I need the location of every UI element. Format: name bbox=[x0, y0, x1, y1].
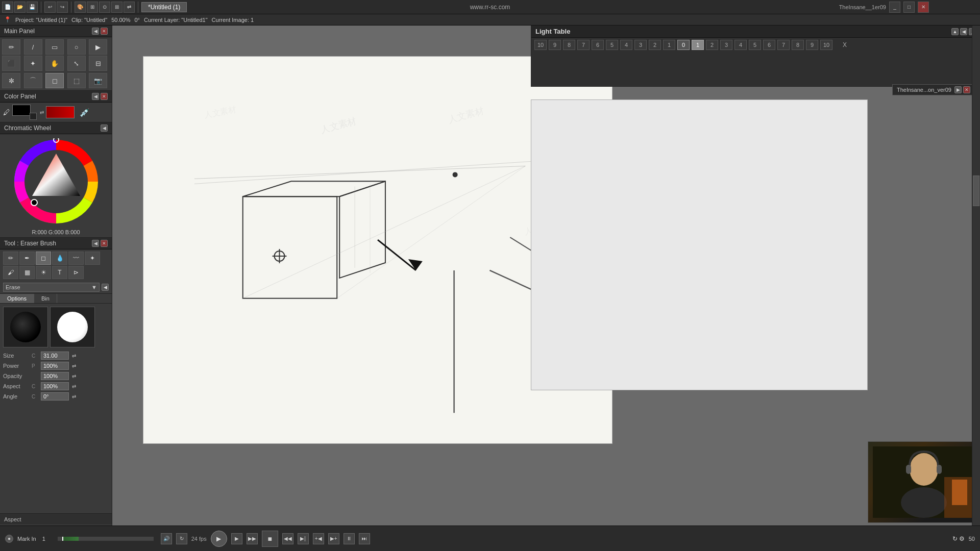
eraser-tool[interactable]: ◻ bbox=[45, 73, 64, 88]
lt-arrow-btn[interactable]: ▲ bbox=[951, 28, 959, 35]
lt-num-10-neg[interactable]: 10 bbox=[534, 40, 547, 50]
lasso-tool[interactable]: ⬛ bbox=[2, 56, 20, 71]
save-btn[interactable]: 💾 bbox=[27, 2, 38, 13]
panel-arrow-btn[interactable]: ◀ bbox=[92, 28, 99, 35]
onion-btn[interactable]: ⊙ bbox=[99, 2, 110, 13]
camera-tool[interactable]: 📷 bbox=[89, 73, 107, 88]
transport-next-frame[interactable]: ▶| bbox=[298, 533, 309, 544]
undo-btn[interactable]: ↩ bbox=[44, 2, 56, 13]
text-sub[interactable]: T bbox=[52, 266, 67, 279]
lt-num-2-neg[interactable]: 2 bbox=[649, 40, 661, 50]
fill-tool[interactable]: ▶ bbox=[89, 39, 107, 55]
size-arrows[interactable]: ⇄ bbox=[72, 353, 76, 359]
flip-tool[interactable]: ⊟ bbox=[89, 56, 107, 71]
hand-tool[interactable]: ✋ bbox=[45, 56, 64, 71]
eraser-sub[interactable]: ◻ bbox=[36, 252, 51, 265]
size-input[interactable] bbox=[41, 352, 69, 360]
color-wheel-wrapper[interactable] bbox=[13, 138, 100, 225]
marker-sub[interactable]: ✒ bbox=[19, 252, 35, 265]
color-panel-close[interactable]: ✕ bbox=[101, 93, 108, 100]
lt-num-1-neg[interactable]: 1 bbox=[663, 40, 675, 50]
dropper-icon[interactable]: 🖊 bbox=[3, 108, 10, 116]
line-tool[interactable]: / bbox=[24, 39, 42, 55]
blur-sub[interactable]: 💧 bbox=[52, 252, 67, 265]
aspect-input[interactable] bbox=[41, 382, 69, 390]
lt-num-9-neg[interactable]: 9 bbox=[549, 40, 561, 50]
color-circle-btn[interactable]: 🎨 bbox=[75, 2, 86, 13]
timeline-bar[interactable] bbox=[58, 537, 154, 541]
lt-num-1-pos[interactable]: 1 bbox=[692, 40, 704, 50]
transport-pause[interactable]: ⏸ bbox=[344, 533, 355, 544]
transport-stop[interactable]: ■ bbox=[262, 531, 278, 547]
transport-forward-frame[interactable]: ▶+ bbox=[328, 533, 339, 544]
close-btn[interactable]: ✕ bbox=[918, 2, 929, 13]
color-dropper-icon[interactable]: 💉 bbox=[80, 108, 90, 117]
lt-num-6-pos[interactable]: 6 bbox=[763, 40, 775, 50]
color-panel-arrow[interactable]: ◀ bbox=[92, 93, 99, 100]
power-input[interactable] bbox=[41, 362, 69, 370]
power-arrows[interactable]: ⇄ bbox=[72, 363, 76, 369]
lt-num-2-pos[interactable]: 2 bbox=[706, 40, 718, 50]
pencil-sub[interactable]: ✏ bbox=[3, 252, 18, 265]
extra-sub[interactable]: ⊳ bbox=[68, 266, 84, 279]
lt-close-btn[interactable]: ◀ bbox=[960, 28, 967, 35]
lt-num-4-neg[interactable]: 4 bbox=[620, 40, 632, 50]
dodge-sub[interactable]: ☀ bbox=[36, 266, 51, 279]
play-center-btn[interactable]: ▶ bbox=[211, 531, 227, 547]
lt-num-0[interactable]: 0 bbox=[677, 40, 690, 50]
saturation-selector[interactable] bbox=[31, 199, 37, 206]
erase-arrow-btn[interactable]: ◀ bbox=[102, 284, 109, 291]
move-tool[interactable]: ⤡ bbox=[67, 56, 86, 71]
lt-num-3-neg[interactable]: 3 bbox=[634, 40, 647, 50]
lt-num-7-pos[interactable]: 7 bbox=[777, 40, 790, 50]
lt-num-5-pos[interactable]: 5 bbox=[749, 40, 761, 50]
transport-play[interactable]: ▶ bbox=[231, 533, 242, 544]
wheel-arrow-btn[interactable]: ◀ bbox=[101, 124, 108, 132]
opacity-input[interactable] bbox=[41, 372, 69, 380]
minimize-btn[interactable]: _ bbox=[889, 2, 900, 13]
grid-btn[interactable]: ⊞ bbox=[111, 2, 122, 13]
lt-num-10-pos[interactable]: 10 bbox=[820, 40, 832, 50]
maximize-btn[interactable]: □ bbox=[903, 2, 915, 13]
transport-step[interactable]: ⏭ bbox=[359, 533, 370, 544]
user-close-btn[interactable]: ✕ bbox=[963, 86, 970, 93]
tool-close-btn[interactable]: ✕ bbox=[101, 240, 108, 247]
spray-sub[interactable]: ✦ bbox=[85, 252, 100, 265]
foreground-color[interactable] bbox=[12, 105, 31, 116]
user-play-btn[interactable]: ▶ bbox=[954, 86, 962, 93]
right-scrollbar[interactable] bbox=[972, 26, 980, 525]
erase-dropdown[interactable]: Erase ▼ bbox=[3, 283, 100, 292]
record-btn[interactable]: ● bbox=[5, 535, 13, 543]
new-btn[interactable]: 📄 bbox=[2, 2, 13, 13]
scrollbar-thumb[interactable] bbox=[973, 176, 979, 206]
smudge-sub[interactable]: 〰 bbox=[68, 252, 84, 265]
transport-skip-right[interactable]: ▶▶ bbox=[247, 533, 258, 544]
tool-arrow-btn[interactable]: ◀ bbox=[92, 240, 99, 247]
swap-icon[interactable]: ⇄ bbox=[40, 110, 44, 115]
rect-tool[interactable]: ▭ bbox=[45, 39, 64, 55]
transport-back-frame[interactable]: +◀ bbox=[313, 533, 324, 544]
lt-num-6-neg[interactable]: 6 bbox=[592, 40, 604, 50]
pen-tool[interactable]: ✏ bbox=[2, 39, 20, 55]
lt-num-3-pos[interactable]: 3 bbox=[720, 40, 732, 50]
lt-num-8-pos[interactable]: 8 bbox=[792, 40, 804, 50]
redo-btn[interactable]: ↪ bbox=[57, 2, 68, 13]
fill-sub[interactable]: 🖌 bbox=[3, 266, 18, 279]
angle-arrows[interactable]: ⇄ bbox=[72, 394, 76, 399]
tab-bin[interactable]: Bin bbox=[34, 294, 57, 303]
background-color[interactable] bbox=[46, 106, 75, 118]
aspect-arrows[interactable]: ⇄ bbox=[72, 384, 76, 389]
gradient-sub[interactable]: ▦ bbox=[19, 266, 35, 279]
title-tab[interactable]: *Untitled (1) bbox=[141, 2, 187, 12]
magic-wand[interactable]: ✦ bbox=[24, 56, 42, 71]
select-tool[interactable]: ✼ bbox=[2, 73, 20, 88]
panel-close-btn[interactable]: ✕ bbox=[101, 28, 108, 35]
lt-num-7-neg[interactable]: 7 bbox=[577, 40, 590, 50]
curve-tool[interactable]: ⌒ bbox=[24, 73, 42, 88]
lt-x-button[interactable]: X bbox=[840, 41, 850, 49]
opacity-arrows[interactable]: ⇄ bbox=[72, 373, 76, 379]
transport-prev[interactable]: ◀◀ bbox=[282, 533, 293, 544]
tab-options[interactable]: Options bbox=[0, 294, 34, 303]
lt-num-9-pos[interactable]: 9 bbox=[806, 40, 818, 50]
angle-input[interactable] bbox=[41, 392, 69, 400]
